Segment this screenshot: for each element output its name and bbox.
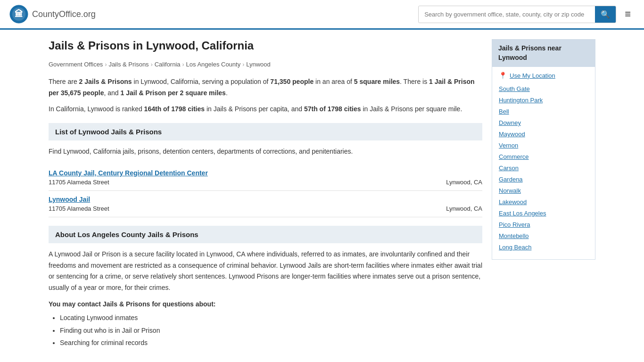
- nearby-list: South Gate Huntington Park Bell Downey M…: [499, 85, 588, 251]
- facility-2-name[interactable]: Lynwood Jail: [49, 196, 90, 203]
- nearby-item: Long Beach: [499, 243, 588, 251]
- nearby-item: Carson: [499, 164, 588, 172]
- nearby-link-pico-rivera[interactable]: Pico Rivera: [499, 221, 530, 228]
- nearby-item: Lakewood: [499, 198, 588, 206]
- sidebar-title: Jails & Prisons near Lynwood: [492, 39, 595, 67]
- use-location-label: Use My Location: [510, 72, 555, 79]
- logo-area: 🏛 CountyOffice.org: [9, 5, 96, 24]
- nearby-link-carson[interactable]: Carson: [499, 165, 519, 172]
- nearby-link-norwalk[interactable]: Norwalk: [499, 187, 521, 194]
- facility-1-name[interactable]: LA County Jail, Century Regional Detenti…: [49, 169, 208, 177]
- nearby-item: Bell: [499, 107, 588, 115]
- about-section-header: About Los Angeles County Jails & Prisons: [49, 226, 482, 243]
- stats-category: Jails & Prisons: [84, 78, 132, 85]
- nearby-item: East Los Angeles: [499, 209, 588, 217]
- contact-item: Finding out who is in Jail or Prison: [60, 324, 482, 337]
- facility-2-address: 11705 Alameda Street: [49, 205, 109, 212]
- facility-item: Lynwood Jail 11705 Alameda Street Lynwoo…: [49, 191, 482, 217]
- nearby-item: Vernon: [499, 141, 588, 149]
- facility-2-location: Lynwood, CA: [446, 205, 482, 212]
- nearby-link-east-la[interactable]: East Los Angeles: [499, 210, 546, 217]
- header-right: 🔍 ≡: [418, 6, 635, 23]
- nearby-link-lakewood[interactable]: Lakewood: [499, 198, 527, 206]
- breadcrumb-gov-offices[interactable]: Government Offices: [49, 61, 103, 68]
- svg-text:🏛: 🏛: [15, 9, 23, 19]
- list-section-desc: Find Lynwood, California jails, prisons,…: [49, 146, 482, 156]
- stats-paragraph: There are 2 Jails & Prisons in Lynwood, …: [49, 76, 482, 99]
- pin-icon: 📍: [499, 72, 507, 79]
- stats-count: 2: [79, 78, 83, 85]
- main-container: Jails & Prisons in Lynwood, California G…: [39, 30, 605, 359]
- search-button[interactable]: 🔍: [595, 6, 616, 23]
- logo-icon: 🏛: [9, 5, 28, 24]
- nearby-item: Gardena: [499, 175, 588, 183]
- nearby-item: Huntington Park: [499, 96, 588, 104]
- nearby-link-vernon[interactable]: Vernon: [499, 142, 518, 149]
- contact-list: Locating Lynwood inmates Finding out who…: [49, 312, 482, 349]
- nearby-link-gardena[interactable]: Gardena: [499, 176, 523, 183]
- contact-item: Searching for criminal records: [60, 337, 482, 349]
- search-input[interactable]: [419, 7, 595, 22]
- breadcrumb: Government Offices › Jails & Prisons › C…: [49, 61, 482, 68]
- breadcrumb-california[interactable]: California: [155, 61, 181, 68]
- contact-label: You may contact Jails & Prisons for ques…: [49, 300, 482, 308]
- facility-2-details: 11705 Alameda Street Lynwood, CA: [49, 205, 482, 212]
- nearby-link-huntington-park[interactable]: Huntington Park: [499, 97, 543, 104]
- nearby-link-bell[interactable]: Bell: [499, 108, 509, 115]
- stats-rank-paragraph: In California, Lynwood is ranked 164th o…: [49, 104, 482, 115]
- facility-item: LA County Jail, Century Regional Detenti…: [49, 165, 482, 191]
- nearby-item: Downey: [499, 119, 588, 126]
- facility-1-location: Lynwood, CA: [446, 179, 482, 186]
- breadcrumb-la-county[interactable]: Los Angeles County: [186, 61, 241, 68]
- nearby-link-long-beach[interactable]: Long Beach: [499, 244, 531, 251]
- logo-text: CountyOffice.org: [32, 9, 96, 19]
- nearby-link-maywood[interactable]: Maywood: [499, 131, 525, 138]
- menu-button[interactable]: ≡: [621, 6, 635, 22]
- page-title: Jails & Prisons in Lynwood, California: [49, 39, 482, 52]
- nearby-item: Pico Rivera: [499, 221, 588, 228]
- facility-1-address: 11705 Alameda Street: [49, 179, 109, 186]
- breadcrumb-lynwood[interactable]: Lynwood: [246, 61, 271, 68]
- nearby-link-montebello[interactable]: Montebello: [499, 232, 529, 239]
- search-bar: 🔍: [418, 6, 616, 23]
- nearby-item: South Gate: [499, 85, 588, 92]
- nearby-item: Montebello: [499, 232, 588, 239]
- contact-item: Locating Lynwood inmates: [60, 312, 482, 324]
- nearby-item: Norwalk: [499, 187, 588, 194]
- sidebar-body: 📍 Use My Location South Gate Huntington …: [492, 67, 595, 260]
- page-header: 🏛 CountyOffice.org 🔍 ≡: [0, 0, 644, 30]
- facility-1-details: 11705 Alameda Street Lynwood, CA: [49, 179, 482, 186]
- breadcrumb-jails-prisons[interactable]: Jails & Prisons: [108, 61, 149, 68]
- nearby-link-south-gate[interactable]: South Gate: [499, 85, 530, 92]
- content-area: Jails & Prisons in Lynwood, California G…: [49, 39, 482, 349]
- nearby-link-commerce[interactable]: Commerce: [499, 153, 529, 160]
- nearby-item: Maywood: [499, 130, 588, 138]
- nearby-item: Commerce: [499, 153, 588, 160]
- sidebar: Jails & Prisons near Lynwood 📍 Use My Lo…: [492, 39, 595, 349]
- nearby-link-downey[interactable]: Downey: [499, 119, 521, 126]
- about-paragraph: A Lynwood Jail or Prison is a secure fac…: [49, 249, 482, 294]
- list-section-header: List of Lynwood Jails & Prisons: [49, 123, 482, 140]
- use-my-location[interactable]: 📍 Use My Location: [499, 72, 588, 79]
